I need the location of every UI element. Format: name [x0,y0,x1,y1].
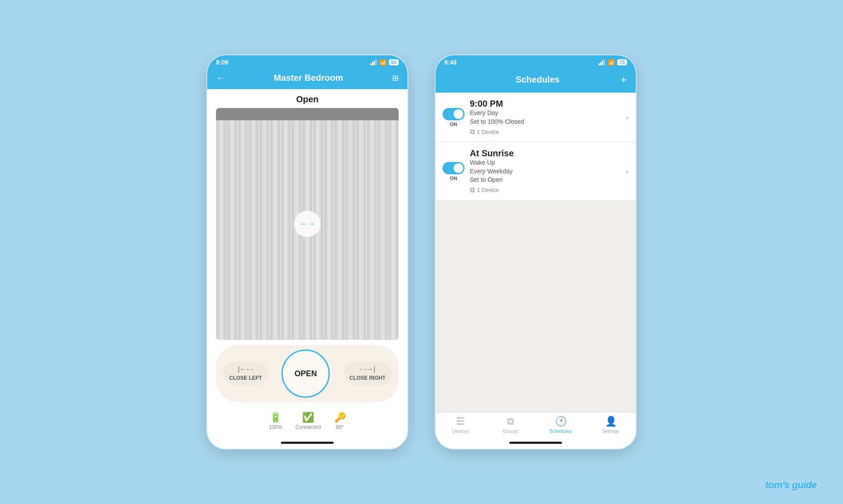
status-bar-1: 8:09 📶 93 [207,55,407,68]
angle-label: 80° [336,424,344,430]
toggle-wrap-1: ON [443,108,465,127]
groups-tab-label: Groups [503,428,519,434]
close-right-arrow-icon: - -→| [360,365,375,373]
page-title-1: Master Bedroom [274,73,343,83]
watermark: tom's guide [765,479,817,491]
close-left-label: CLOSE LEFT [229,375,262,382]
toggle-knob-2 [454,163,463,173]
settings-tab-icon: 👤 [605,416,617,427]
tab-bar: ☰ Devices ⧉ Groups 🕐 Schedules 👤 Setting… [436,412,636,436]
tab-schedules[interactable]: 🕐 Schedules [536,416,586,434]
schedule-item-2[interactable]: ON At Sunrise Wake Up Every Weekday Set … [436,142,636,201]
settings-tab-label: Settings [602,428,620,434]
schedules-tab-icon: 🕐 [555,416,567,427]
tab-groups[interactable]: ⧉ Groups [486,416,536,434]
settings-icon[interactable]: ⊞ [392,73,399,83]
schedule-info-2: At Sunrise Wake Up Every Weekday Set to … [470,148,621,194]
time-1: 8:09 [216,59,228,66]
blinds-image: ←→ [216,108,399,340]
toggle-wrap-2: ON [443,162,465,181]
toggle-label-2: ON [450,176,458,181]
blinds-center-icon: ←→ [294,211,321,237]
status-icons-2: 📶 73 [598,59,627,66]
tab-devices[interactable]: ☰ Devices [436,416,486,434]
battery-badge-2: 73 [617,59,627,65]
battery-label: 100% [269,424,282,430]
control-area: |←- - CLOSE LEFT OPEN - -→| CLOSE RIGHT [216,345,399,402]
schedule-device-1: ⧉ 1 Device [470,128,621,136]
time-2: 9:48 [444,59,457,66]
close-left-button[interactable]: |←- - CLOSE LEFT [223,362,268,385]
nav-bar-2: Schedules + [436,68,636,93]
device-copy-icon-1: ⧉ [470,128,475,136]
schedules-tab-label: Schedules [549,428,572,434]
toggle-2[interactable] [443,162,465,174]
wifi-icon-2: 📶 [608,59,615,66]
connected-label: Connected [295,424,321,430]
open-button[interactable]: OPEN [281,349,330,398]
home-bar [281,442,334,444]
schedule-desc-2: Wake Up Every Weekday Set to Open [470,158,621,184]
schedule-info-1: 9:00 PM Every Day Set to 100% Closed ⧉ 1… [470,99,621,136]
groups-tab-icon: ⧉ [507,416,514,427]
signal-icon-2 [598,59,605,65]
toggle-label-1: ON [450,122,458,127]
nav-bar-1: ← Master Bedroom ⊞ [207,68,407,89]
device-count-1: 1 Device [477,129,499,135]
blinds-visual: ←→ [216,108,399,340]
schedule-time-1: 9:00 PM [470,99,621,109]
battery-icon: 🔋 [270,412,281,423]
device-status-bar: 🔋 100% ✅ Connected 🔑 80° [207,409,407,436]
page-title-2: Schedules [515,75,559,85]
back-button[interactable]: ← [216,73,225,83]
close-left-arrow-icon: |←- - [238,365,253,373]
home-indicator-2 [436,436,636,449]
schedule-item-1[interactable]: ON 9:00 PM Every Day Set to 100% Closed … [436,93,636,142]
open-label: OPEN [295,369,317,378]
connected-icon: ✅ [302,412,314,423]
tab-settings[interactable]: 👤 Settings [586,416,636,434]
schedule-time-2: At Sunrise [470,148,621,158]
wifi-icon: 📶 [379,59,386,66]
blinds-rail [216,108,399,120]
chevron-icon-2: › [626,167,629,176]
schedule-device-2: ⧉ 1 Device [470,186,621,194]
device-copy-icon-2: ⧉ [470,186,475,194]
toggle-knob-1 [454,109,463,119]
connected-status: ✅ Connected [295,412,321,430]
status-bar-2: 9:48 📶 73 [436,55,636,68]
battery-badge-1: 93 [389,59,399,65]
home-bar-2 [509,442,562,444]
close-right-button[interactable]: - -→| CLOSE RIGHT [343,362,392,385]
empty-space [436,201,636,412]
device-count-2: 1 Device [477,187,499,193]
schedules-content: ON 9:00 PM Every Day Set to 100% Closed … [436,93,636,412]
add-schedule-button[interactable]: + [620,73,627,86]
schedule-desc-1: Every Day Set to 100% Closed [470,109,621,126]
toggle-1[interactable] [443,108,465,120]
phone-schedules: 9:48 📶 73 Schedules + [435,54,637,450]
signal-icon [370,59,377,65]
phone-master-bedroom: 8:09 📶 93 ← Master Bedroom ⊞ Open [206,54,408,450]
status-icons-1: 📶 93 [370,59,399,66]
home-indicator [207,436,407,449]
devices-tab-icon: ☰ [456,416,465,427]
angle-status: 🔑 80° [334,412,346,430]
close-right-label: CLOSE RIGHT [349,375,385,382]
blind-state-label: Open [207,89,407,108]
chevron-icon-1: › [626,113,629,122]
battery-status: 🔋 100% [269,412,282,430]
angle-icon: 🔑 [334,412,346,423]
devices-tab-label: Devices [452,428,469,434]
